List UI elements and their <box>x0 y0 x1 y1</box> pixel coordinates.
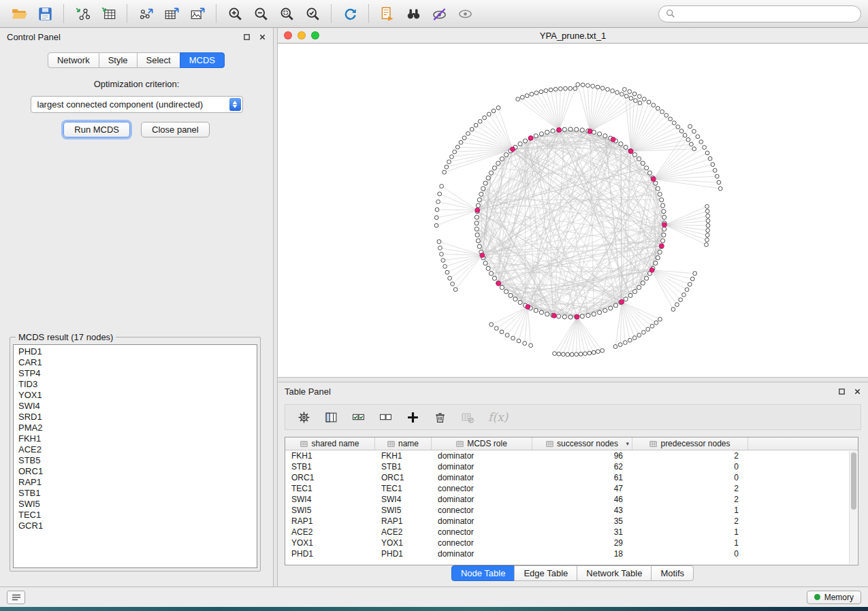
criterion-dropdown[interactable]: largest connected component (undirected) <box>31 96 243 113</box>
table-row[interactable]: ORC1ORC1dominator610 <box>285 472 858 483</box>
result-node[interactable]: PHD1 <box>14 346 257 357</box>
export-table-button[interactable] <box>159 3 184 24</box>
minimize-window-icon[interactable] <box>298 31 306 39</box>
share-document-button[interactable] <box>375 3 400 24</box>
table-row[interactable]: SWI5SWI5connector431 <box>285 505 858 516</box>
zoom-in-button[interactable] <box>223 3 247 24</box>
table-row[interactable]: ACE2ACE2connector311 <box>285 527 858 538</box>
column-header-successor-nodes[interactable]: successor nodes▾ <box>532 437 632 450</box>
zoom-fit-button[interactable] <box>274 3 299 24</box>
memory-button[interactable]: Memory <box>807 591 861 604</box>
main-toolbar <box>0 0 868 28</box>
result-node[interactable]: TID3 <box>14 379 257 390</box>
export-image-button[interactable] <box>185 3 210 24</box>
horizontal-splitter[interactable] <box>278 377 868 382</box>
cell-mcds-role: connector <box>432 505 532 516</box>
close-panel-button[interactable]: Close panel <box>141 122 210 137</box>
import-network-button[interactable] <box>70 3 95 24</box>
tab-network-table[interactable]: Network Table <box>577 565 652 581</box>
result-node[interactable]: SWI4 <box>14 401 257 412</box>
network-canvas[interactable] <box>278 43 868 377</box>
result-node[interactable]: STB1 <box>14 488 257 499</box>
float-window-icon[interactable] <box>838 388 846 395</box>
column-label: name <box>398 439 419 448</box>
column-grid-icon <box>649 440 657 448</box>
control-panel-body: NetworkStyleSelectMCDS Optimization crit… <box>5 48 268 587</box>
result-node[interactable]: SWI5 <box>14 499 257 510</box>
close-window-icon[interactable] <box>284 31 292 39</box>
tab-motifs[interactable]: Motifs <box>651 565 694 581</box>
dropdown-stepper-icon <box>229 98 241 111</box>
table-row[interactable]: FKH1FKH1dominator962 <box>285 450 858 461</box>
table-row[interactable]: YOX1YOX1connector291 <box>285 538 858 548</box>
network-graph <box>278 44 868 378</box>
import-table-button[interactable] <box>96 3 120 24</box>
result-node[interactable]: STP4 <box>14 368 257 379</box>
cell-predecessor-nodes: 1 <box>632 505 748 516</box>
result-node[interactable]: YOX1 <box>14 390 257 401</box>
trash-icon[interactable] <box>434 411 447 424</box>
table-row[interactable]: TEC1TEC1connector472 <box>285 483 858 494</box>
result-node[interactable]: RAP1 <box>14 477 257 488</box>
column-header-shared-name[interactable]: shared name <box>285 437 375 450</box>
add-icon[interactable] <box>406 411 419 424</box>
float-window-icon[interactable] <box>243 33 251 41</box>
gear-icon[interactable] <box>298 411 310 424</box>
result-node[interactable]: FKH1 <box>14 433 257 444</box>
panel-menu-button[interactable] <box>7 591 25 604</box>
find-button[interactable] <box>401 3 425 24</box>
tab-edge-table[interactable]: Edge Table <box>514 565 577 581</box>
tab-select[interactable]: Select <box>137 52 180 68</box>
maximize-window-icon[interactable] <box>311 31 319 39</box>
table-row[interactable]: SWI4SWI4dominator462 <box>285 494 858 505</box>
mcds-result-list[interactable]: PHD1CAR1STP4TID3YOX1SWI4SRD1PMA2FKH1ACE2… <box>13 344 257 568</box>
tab-network[interactable]: Network <box>48 52 99 68</box>
scrollbar-thumb[interactable] <box>851 452 856 510</box>
result-node[interactable]: CAR1 <box>14 357 257 368</box>
close-icon[interactable] <box>259 33 266 41</box>
table-row[interactable]: RAP1RAP1dominator352 <box>285 516 858 527</box>
vertical-splitter[interactable] <box>273 28 278 587</box>
toggle-graphics-details-button[interactable] <box>427 3 451 24</box>
column-label: predecessor nodes <box>660 439 730 448</box>
save-button[interactable] <box>33 3 57 24</box>
result-node[interactable]: SRD1 <box>14 412 257 423</box>
tab-style[interactable]: Style <box>99 52 138 68</box>
table-row[interactable]: PHD1PHD1dominator180 <box>285 548 858 559</box>
show-hide-button[interactable] <box>453 3 477 24</box>
tab-mcds[interactable]: MCDS <box>180 52 225 68</box>
table-row[interactable]: STB1STB1dominator620 <box>285 461 858 472</box>
cell-name: FKH1 <box>375 450 432 461</box>
search-input[interactable] <box>679 9 854 19</box>
result-node[interactable]: ORC1 <box>14 466 257 477</box>
refresh-button[interactable] <box>338 3 362 24</box>
result-node[interactable]: ACE2 <box>14 444 257 455</box>
binoculars-icon <box>406 6 421 22</box>
export-network-icon <box>138 6 154 22</box>
result-node[interactable]: STB5 <box>14 455 257 466</box>
tab-node-table[interactable]: Node Table <box>451 565 515 581</box>
cell-successor-nodes: 96 <box>532 450 632 461</box>
table-scrollbar[interactable] <box>849 451 857 564</box>
zoom-selected-button[interactable] <box>300 3 325 24</box>
select-all-icon[interactable] <box>352 411 365 424</box>
cell-mcds-role: connector <box>432 538 532 548</box>
result-node[interactable]: TEC1 <box>14 510 257 521</box>
column-header-name[interactable]: name <box>375 437 432 450</box>
column-icon[interactable] <box>325 411 338 424</box>
result-node[interactable]: GCR1 <box>14 521 257 531</box>
cell-name: PHD1 <box>375 548 432 559</box>
cell-shared-name: TEC1 <box>285 483 375 494</box>
run-mcds-button[interactable]: Run MCDS <box>63 122 130 137</box>
column-header-mcds-role[interactable]: MCDS role <box>432 437 532 450</box>
open-file-button[interactable] <box>7 3 31 24</box>
result-node[interactable]: PMA2 <box>14 423 257 433</box>
network-window-titlebar[interactable]: YPA_prune.txt_1 <box>278 28 868 43</box>
network-search[interactable] <box>658 5 861 22</box>
cell-successor-nodes: 31 <box>532 527 632 538</box>
zoom-out-button[interactable] <box>248 3 273 24</box>
export-network-button[interactable] <box>133 3 158 24</box>
close-icon[interactable] <box>854 388 861 395</box>
column-header-predecessor-nodes[interactable]: predecessor nodes <box>632 437 748 450</box>
deselect-all-icon[interactable] <box>379 411 392 424</box>
